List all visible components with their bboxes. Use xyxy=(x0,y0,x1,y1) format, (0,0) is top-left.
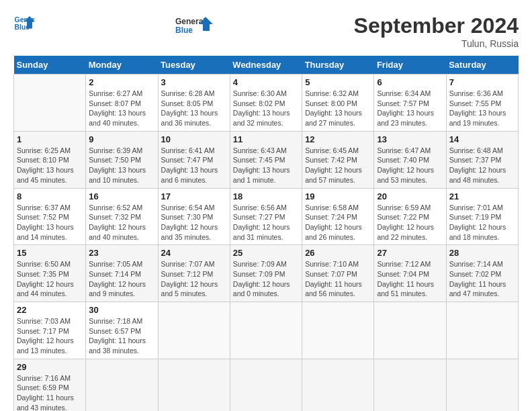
page-header: General Blue General Blue General Blue S… xyxy=(13,13,519,49)
calendar-cell xyxy=(86,359,158,411)
day-number: 1 xyxy=(17,134,83,144)
calendar-cell: 20 Sunrise: 6:59 AM Sunset: 7:22 PM Dayl… xyxy=(374,188,446,245)
day-info: Sunrise: 6:30 AM Sunset: 8:02 PM Dayligh… xyxy=(233,89,299,128)
calendar-cell: 16 Sunrise: 6:52 AM Sunset: 7:32 PM Dayl… xyxy=(86,188,158,245)
day-number: 2 xyxy=(89,77,154,87)
calendar-cell: 12 Sunrise: 6:45 AM Sunset: 7:42 PM Dayl… xyxy=(302,131,374,188)
day-info: Sunrise: 7:16 AM Sunset: 6:59 PM Dayligh… xyxy=(17,373,83,411)
calendar-cell xyxy=(446,302,518,359)
calendar-cell: 30 Sunrise: 7:18 AM Sunset: 6:57 PM Dayl… xyxy=(86,302,158,359)
day-info: Sunrise: 7:14 AM Sunset: 7:02 PM Dayligh… xyxy=(449,259,515,299)
logo-icon: General Blue xyxy=(13,13,35,32)
day-info: Sunrise: 6:37 AM Sunset: 7:52 PM Dayligh… xyxy=(17,203,83,242)
day-number: 27 xyxy=(377,248,443,258)
day-header-tuesday: Tuesday xyxy=(158,56,230,75)
day-number: 13 xyxy=(377,134,443,144)
calendar-cell: 28 Sunrise: 7:14 AM Sunset: 7:02 PM Dayl… xyxy=(446,245,518,302)
calendar-cell: 3 Sunrise: 6:28 AM Sunset: 8:05 PM Dayli… xyxy=(158,75,230,132)
day-info: Sunrise: 6:34 AM Sunset: 7:57 PM Dayligh… xyxy=(377,89,443,128)
calendar-cell xyxy=(230,302,302,359)
day-number: 9 xyxy=(89,134,154,144)
day-number: 12 xyxy=(305,134,371,144)
calendar-cell: 22 Sunrise: 7:03 AM Sunset: 7:17 PM Dayl… xyxy=(14,302,86,359)
day-info: Sunrise: 6:45 AM Sunset: 7:42 PM Dayligh… xyxy=(305,146,371,185)
day-header-friday: Friday xyxy=(374,56,446,75)
day-header-saturday: Saturday xyxy=(446,56,518,75)
calendar-cell: 23 Sunrise: 7:05 AM Sunset: 7:14 PM Dayl… xyxy=(86,245,158,302)
calendar-cell: 10 Sunrise: 6:41 AM Sunset: 7:47 PM Dayl… xyxy=(158,131,230,188)
calendar-cell: 11 Sunrise: 6:43 AM Sunset: 7:45 PM Dayl… xyxy=(230,131,302,188)
calendar-cell: 24 Sunrise: 7:07 AM Sunset: 7:12 PM Dayl… xyxy=(158,245,230,302)
day-number: 3 xyxy=(161,77,227,87)
logo-bird-icon: General Blue xyxy=(174,13,214,37)
day-info: Sunrise: 7:12 AM Sunset: 7:04 PM Dayligh… xyxy=(377,259,443,299)
logo: General Blue General Blue xyxy=(13,13,35,32)
month-title: September 2024 xyxy=(354,13,519,38)
calendar-cell: 8 Sunrise: 6:37 AM Sunset: 7:52 PM Dayli… xyxy=(14,188,86,245)
day-number: 30 xyxy=(89,305,154,315)
day-number: 11 xyxy=(233,134,299,144)
calendar-cell: 18 Sunrise: 6:56 AM Sunset: 7:27 PM Dayl… xyxy=(230,188,302,245)
day-info: Sunrise: 6:28 AM Sunset: 8:05 PM Dayligh… xyxy=(161,89,227,128)
day-header-sunday: Sunday xyxy=(14,56,86,75)
day-header-monday: Monday xyxy=(86,56,158,75)
calendar-cell: 19 Sunrise: 6:58 AM Sunset: 7:24 PM Dayl… xyxy=(302,188,374,245)
day-number: 17 xyxy=(161,191,227,201)
day-info: Sunrise: 6:48 AM Sunset: 7:37 PM Dayligh… xyxy=(449,146,515,185)
day-info: Sunrise: 6:50 AM Sunset: 7:35 PM Dayligh… xyxy=(17,259,83,299)
calendar-cell xyxy=(14,75,86,132)
calendar-cell: 25 Sunrise: 7:09 AM Sunset: 7:09 PM Dayl… xyxy=(230,245,302,302)
calendar-cell: 7 Sunrise: 6:36 AM Sunset: 7:55 PM Dayli… xyxy=(446,75,518,132)
day-info: Sunrise: 6:54 AM Sunset: 7:30 PM Dayligh… xyxy=(161,203,227,242)
calendar-week-row: 29 Sunrise: 7:16 AM Sunset: 6:59 PM Dayl… xyxy=(14,359,519,411)
calendar-cell: 29 Sunrise: 7:16 AM Sunset: 6:59 PM Dayl… xyxy=(14,359,86,411)
day-info: Sunrise: 6:41 AM Sunset: 7:47 PM Dayligh… xyxy=(161,146,227,185)
day-number: 7 xyxy=(449,77,515,87)
calendar-week-row: 1 Sunrise: 6:25 AM Sunset: 8:10 PM Dayli… xyxy=(14,131,519,188)
day-number: 5 xyxy=(305,77,371,87)
calendar-cell: 17 Sunrise: 6:54 AM Sunset: 7:30 PM Dayl… xyxy=(158,188,230,245)
day-number: 18 xyxy=(233,191,299,201)
day-info: Sunrise: 6:32 AM Sunset: 8:00 PM Dayligh… xyxy=(305,89,371,128)
day-info: Sunrise: 7:10 AM Sunset: 7:07 PM Dayligh… xyxy=(305,259,371,299)
day-number: 20 xyxy=(377,191,443,201)
day-info: Sunrise: 6:58 AM Sunset: 7:24 PM Dayligh… xyxy=(305,203,371,242)
calendar-cell: 27 Sunrise: 7:12 AM Sunset: 7:04 PM Dayl… xyxy=(374,245,446,302)
day-number: 28 xyxy=(449,248,515,258)
calendar-cell: 21 Sunrise: 7:01 AM Sunset: 7:19 PM Dayl… xyxy=(446,188,518,245)
svg-text:General: General xyxy=(175,17,206,26)
calendar-cell: 26 Sunrise: 7:10 AM Sunset: 7:07 PM Dayl… xyxy=(302,245,374,302)
day-info: Sunrise: 7:18 AM Sunset: 6:57 PM Dayligh… xyxy=(89,316,154,356)
day-info: Sunrise: 7:05 AM Sunset: 7:14 PM Dayligh… xyxy=(89,259,154,299)
day-number: 4 xyxy=(233,77,299,87)
calendar-cell: 4 Sunrise: 6:30 AM Sunset: 8:02 PM Dayli… xyxy=(230,75,302,132)
day-info: Sunrise: 7:01 AM Sunset: 7:19 PM Dayligh… xyxy=(449,203,515,242)
day-header-thursday: Thursday xyxy=(302,56,374,75)
day-info: Sunrise: 7:07 AM Sunset: 7:12 PM Dayligh… xyxy=(161,259,227,299)
day-number: 21 xyxy=(449,191,515,201)
location-subtitle: Tulun, Russia xyxy=(354,38,519,49)
calendar-cell xyxy=(446,359,518,411)
day-info: Sunrise: 6:52 AM Sunset: 7:32 PM Dayligh… xyxy=(89,203,154,242)
calendar-cell: 14 Sunrise: 6:48 AM Sunset: 7:37 PM Dayl… xyxy=(446,131,518,188)
day-number: 19 xyxy=(305,191,371,201)
day-info: Sunrise: 6:59 AM Sunset: 7:22 PM Dayligh… xyxy=(377,203,443,242)
day-info: Sunrise: 6:25 AM Sunset: 8:10 PM Dayligh… xyxy=(17,146,83,185)
calendar-week-row: 2 Sunrise: 6:27 AM Sunset: 8:07 PM Dayli… xyxy=(14,75,519,132)
title-block: September 2024 Tulun, Russia xyxy=(354,13,519,49)
calendar-cell xyxy=(374,302,446,359)
day-info: Sunrise: 6:47 AM Sunset: 7:40 PM Dayligh… xyxy=(377,146,443,185)
day-number: 8 xyxy=(17,191,83,201)
calendar-cell xyxy=(302,302,374,359)
calendar-week-row: 8 Sunrise: 6:37 AM Sunset: 7:52 PM Dayli… xyxy=(14,188,519,245)
day-number: 23 xyxy=(89,248,154,258)
calendar-cell xyxy=(158,359,230,411)
day-info: Sunrise: 7:03 AM Sunset: 7:17 PM Dayligh… xyxy=(17,316,83,356)
day-info: Sunrise: 6:36 AM Sunset: 7:55 PM Dayligh… xyxy=(449,89,515,128)
day-number: 29 xyxy=(17,362,83,372)
day-number: 22 xyxy=(17,305,83,315)
calendar-cell: 6 Sunrise: 6:34 AM Sunset: 7:57 PM Dayli… xyxy=(374,75,446,132)
day-number: 24 xyxy=(161,248,227,258)
calendar-cell: 2 Sunrise: 6:27 AM Sunset: 8:07 PM Dayli… xyxy=(86,75,158,132)
day-info: Sunrise: 6:27 AM Sunset: 8:07 PM Dayligh… xyxy=(89,89,154,128)
